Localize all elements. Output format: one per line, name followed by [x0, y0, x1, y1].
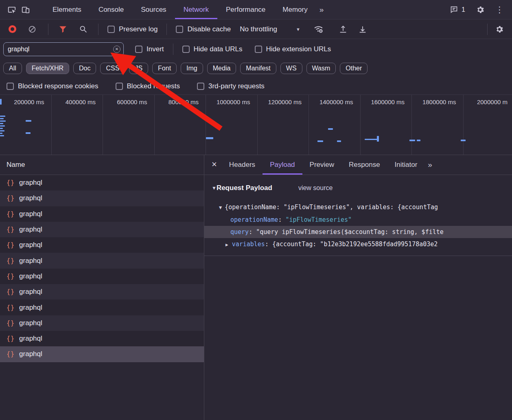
json-braces-icon: {}	[7, 304, 15, 311]
expand-triangle-icon[interactable]: ▶	[225, 242, 228, 247]
waterfall-bar	[0, 99, 2, 105]
request-name: graphql	[19, 257, 42, 265]
waterfall-bar	[417, 140, 420, 141]
blocked-filters-row: Blocked response cookiesBlocked requests…	[0, 77, 512, 95]
preserve-log-checkbox[interactable]: Preserve log	[107, 25, 158, 33]
kebab-menu-icon[interactable]: ⋮	[495, 5, 504, 15]
view-source-link[interactable]: view source	[298, 184, 333, 192]
chip-js[interactable]: JS	[129, 63, 148, 74]
request-name: graphql	[19, 350, 42, 358]
hide-data-urls-checkbox[interactable]: Hide data URLs	[182, 45, 243, 53]
name-column-header[interactable]: Name	[0, 155, 204, 175]
request-row[interactable]: {}graphql	[0, 269, 204, 284]
waterfall-bar	[409, 140, 415, 141]
request-row[interactable]: {}graphql	[0, 253, 204, 268]
console-messages-button[interactable]: 1	[449, 5, 465, 15]
request-row[interactable]: {}graphql	[0, 206, 204, 222]
filter-checkbox-blocked-response-cookies[interactable]: Blocked response cookies	[7, 82, 98, 90]
more-detail-tabs-chevron-icon[interactable]: »	[428, 160, 431, 169]
disable-cache-checkbox[interactable]: Disable cache	[176, 25, 231, 33]
filter-checkbox-blocked-requests[interactable]: Blocked requests	[116, 82, 180, 90]
chip-img[interactable]: Img	[181, 63, 203, 74]
payload-value: "query ipFlowTimeseries($accountTag: str…	[256, 228, 444, 236]
waterfall-bar	[0, 128, 3, 129]
tab-performance[interactable]: Performance	[217, 0, 274, 19]
chip-all[interactable]: All	[3, 63, 22, 74]
tab-console[interactable]: Console	[90, 0, 132, 19]
collapse-triangle-icon[interactable]: ▼	[219, 205, 222, 210]
json-braces-icon: {}	[7, 226, 15, 233]
detail-tab-response[interactable]: Response	[341, 155, 387, 175]
detail-tab-preview[interactable]: Preview	[302, 155, 341, 175]
request-row[interactable]: {}graphql	[0, 237, 204, 253]
timeline-tick-label: 2000000 m	[464, 95, 512, 105]
clear-requests-icon[interactable]	[25, 22, 39, 36]
json-braces-icon: {}	[7, 241, 15, 249]
chip-other[interactable]: Other	[340, 63, 368, 74]
payload-entry-operationname[interactable]: operationName: "ipFlowTimeseries"	[204, 214, 512, 226]
payload-panel: ▼ Request Payload view source ▼{operatio…	[204, 175, 512, 420]
waterfall-bar	[317, 140, 323, 142]
checkbox-icon	[107, 26, 115, 33]
name-header-label: Name	[7, 161, 25, 169]
timeline-column: 1600000 ms	[361, 95, 412, 155]
filter-checkbox-3rd-party-requests[interactable]: 3rd-party requests	[197, 82, 265, 90]
tab-memory[interactable]: Memory	[274, 0, 316, 19]
waterfall-bar	[365, 139, 379, 140]
timeline-overview[interactable]: 200000 ms400000 ms600000 ms800000 ms1000…	[0, 94, 512, 155]
chip-wasm[interactable]: Wasm	[306, 63, 336, 74]
invert-checkbox[interactable]: Invert	[135, 45, 164, 53]
chip-ws[interactable]: WS	[280, 63, 302, 74]
settings-gear-icon[interactable]	[473, 3, 487, 17]
device-toolbar-icon[interactable]	[19, 3, 33, 17]
request-row[interactable]: {}graphql	[0, 300, 204, 315]
filter-input[interactable]	[3, 42, 124, 56]
json-braces-icon: {}	[7, 257, 15, 265]
network-conditions-icon[interactable]	[312, 22, 326, 36]
request-row[interactable]: {}graphql	[0, 331, 204, 346]
detail-tab-payload[interactable]: Payload	[263, 155, 302, 175]
record-button[interactable]	[9, 25, 16, 33]
import-har-icon[interactable]	[336, 22, 350, 36]
request-name: graphql	[19, 210, 42, 218]
request-name: graphql	[19, 288, 42, 296]
chip-css[interactable]: CSS	[100, 63, 125, 74]
search-icon[interactable]	[76, 22, 90, 36]
tab-network[interactable]: Network	[175, 0, 217, 19]
request-row[interactable]: {}graphql	[0, 222, 204, 237]
detail-tab-headers[interactable]: Headers	[222, 155, 263, 175]
payload-entry-query[interactable]: query: "query ipFlowTimeseries($accountT…	[204, 226, 512, 238]
invert-label: Invert	[147, 45, 164, 53]
tab-sources[interactable]: Sources	[132, 0, 175, 19]
close-icon[interactable]: ×	[209, 159, 222, 171]
request-row[interactable]: {}graphql	[0, 190, 204, 206]
chip-fetch-xhr[interactable]: Fetch/XHR	[26, 63, 69, 74]
chip-font[interactable]: Font	[152, 63, 177, 74]
inspect-element-icon[interactable]	[5, 3, 19, 17]
waterfall-bar	[461, 140, 466, 141]
type-filter-chips: AllFetch/XHRDocCSSJSFontImgMediaManifest…	[0, 59, 512, 77]
chip-media[interactable]: Media	[207, 63, 236, 74]
request-row[interactable]: {}graphql	[0, 315, 204, 331]
throttling-select[interactable]: No throttling ▼	[240, 25, 300, 33]
payload-preview-line[interactable]: ▼{operationName: "ipFlowTimeseries", var…	[204, 201, 512, 214]
waterfall-bar	[328, 128, 333, 130]
chip-doc[interactable]: Doc	[73, 63, 96, 74]
timeline-column: 1000000 ms	[206, 95, 258, 155]
section-collapse-icon[interactable]: ▼	[212, 185, 217, 191]
export-har-icon[interactable]	[356, 22, 370, 36]
hide-extension-urls-label: Hide extension URLs	[266, 45, 331, 53]
hide-extension-urls-checkbox[interactable]: Hide extension URLs	[255, 45, 331, 53]
filter-funnel-icon[interactable]	[56, 22, 70, 36]
payload-entry-variables[interactable]: ▶variables: {accountTag: "b12e3b2192ee55…	[204, 238, 512, 251]
request-row[interactable]: {}graphql	[0, 284, 204, 300]
request-name: graphql	[19, 225, 42, 234]
tab-elements[interactable]: Elements	[44, 0, 90, 19]
network-settings-gear-icon[interactable]	[492, 22, 506, 36]
request-row[interactable]: {}graphql	[0, 175, 204, 190]
clear-filter-icon[interactable]: ✕	[113, 46, 120, 53]
chip-manifest[interactable]: Manifest	[240, 63, 276, 74]
detail-tab-initiator[interactable]: Initiator	[387, 155, 425, 175]
more-tabs-chevron-icon[interactable]: »	[319, 5, 323, 14]
request-row[interactable]: {}graphql	[0, 346, 204, 362]
